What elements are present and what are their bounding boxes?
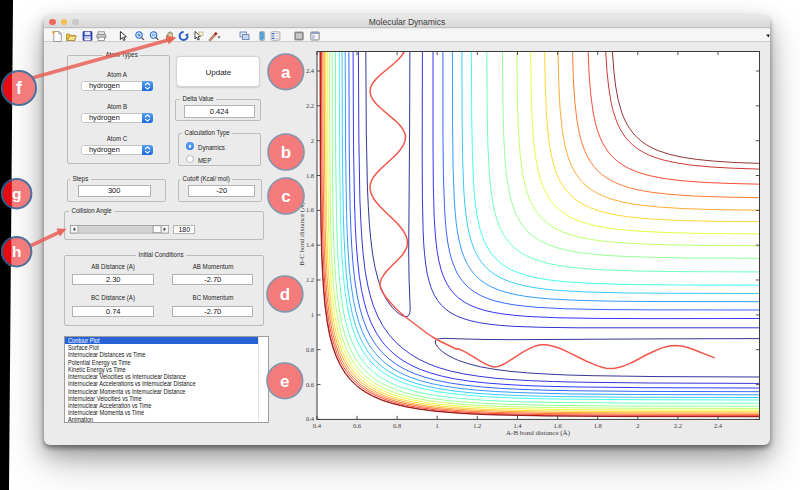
svg-text:c: c xyxy=(281,188,290,207)
svg-text:e: e xyxy=(280,372,289,391)
svg-text:f: f xyxy=(16,78,22,98)
svg-text:a: a xyxy=(281,63,291,82)
svg-text:g: g xyxy=(12,185,21,202)
svg-text:b: b xyxy=(281,143,291,162)
svg-text:h: h xyxy=(12,243,21,260)
svg-text:d: d xyxy=(280,285,290,304)
